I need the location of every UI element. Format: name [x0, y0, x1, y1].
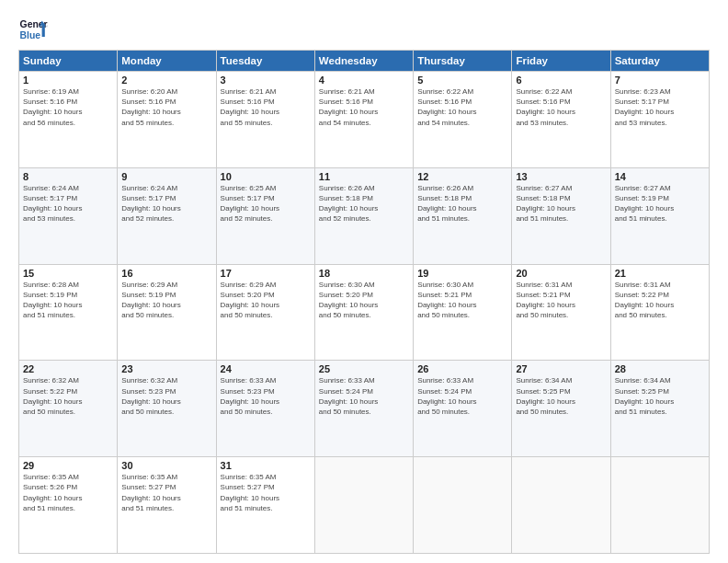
day-info: Sunrise: 6:35 AM Sunset: 5:27 PM Dayligh…	[221, 472, 311, 513]
day-number: 17	[221, 268, 311, 279]
day-info: Sunrise: 6:31 AM Sunset: 5:22 PM Dayligh…	[615, 280, 705, 321]
day-info: Sunrise: 6:33 AM Sunset: 5:23 PM Dayligh…	[221, 375, 311, 417]
day-info: Sunrise: 6:33 AM Sunset: 5:24 PM Dayligh…	[417, 375, 507, 417]
weekday-header-sunday: Sunday	[19, 51, 118, 72]
calendar-cell	[414, 457, 512, 554]
day-number: 24	[221, 363, 311, 374]
calendar-cell: 17Sunrise: 6:29 AM Sunset: 5:20 PM Dayli…	[216, 264, 314, 361]
day-info: Sunrise: 6:32 AM Sunset: 5:23 PM Dayligh…	[121, 375, 211, 417]
svg-text:Blue: Blue	[20, 30, 41, 40]
day-number: 15	[23, 268, 113, 279]
day-number: 29	[23, 460, 113, 471]
calendar-cell	[512, 457, 610, 554]
calendar-cell: 12Sunrise: 6:26 AM Sunset: 5:18 PM Dayli…	[414, 167, 512, 264]
day-number: 25	[319, 363, 409, 374]
calendar-cell: 23Sunrise: 6:32 AM Sunset: 5:23 PM Dayli…	[118, 361, 216, 457]
calendar-table: SundayMondayTuesdayWednesdayThursdayFrid…	[18, 50, 710, 554]
day-number: 2	[121, 75, 211, 86]
day-info: Sunrise: 6:33 AM Sunset: 5:24 PM Dayligh…	[319, 375, 409, 417]
day-number: 21	[615, 268, 705, 279]
calendar-week-1: 1Sunrise: 6:19 AM Sunset: 5:16 PM Daylig…	[19, 72, 710, 168]
calendar-cell: 10Sunrise: 6:25 AM Sunset: 5:17 PM Dayli…	[216, 167, 314, 264]
calendar-cell: 22Sunrise: 6:32 AM Sunset: 5:22 PM Dayli…	[19, 361, 118, 457]
page: General Blue SundayMondayTuesdayWednesda…	[0, 0, 728, 563]
day-info: Sunrise: 6:22 AM Sunset: 5:16 PM Dayligh…	[516, 86, 606, 128]
day-number: 23	[121, 363, 211, 374]
day-number: 10	[221, 171, 311, 182]
day-info: Sunrise: 6:24 AM Sunset: 5:17 PM Dayligh…	[23, 183, 113, 224]
day-info: Sunrise: 6:34 AM Sunset: 5:25 PM Dayligh…	[615, 375, 705, 417]
day-number: 27	[516, 363, 606, 374]
day-number: 1	[23, 75, 113, 86]
day-number: 18	[319, 268, 409, 279]
logo-icon: General Blue	[18, 15, 48, 44]
day-number: 14	[615, 171, 705, 182]
calendar-cell: 4Sunrise: 6:21 AM Sunset: 5:16 PM Daylig…	[314, 72, 413, 168]
day-number: 3	[221, 75, 311, 86]
day-number: 7	[615, 75, 705, 86]
weekday-header-wednesday: Wednesday	[314, 51, 413, 72]
day-info: Sunrise: 6:19 AM Sunset: 5:16 PM Dayligh…	[23, 86, 113, 128]
day-number: 4	[319, 75, 409, 86]
day-info: Sunrise: 6:30 AM Sunset: 5:21 PM Dayligh…	[417, 280, 507, 321]
day-number: 12	[417, 171, 507, 182]
calendar-cell: 15Sunrise: 6:28 AM Sunset: 5:19 PM Dayli…	[19, 264, 118, 361]
calendar-cell: 18Sunrise: 6:30 AM Sunset: 5:20 PM Dayli…	[314, 264, 413, 361]
day-info: Sunrise: 6:29 AM Sunset: 5:19 PM Dayligh…	[121, 280, 211, 321]
calendar-cell: 21Sunrise: 6:31 AM Sunset: 5:22 PM Dayli…	[610, 264, 709, 361]
weekday-header-row: SundayMondayTuesdayWednesdayThursdayFrid…	[19, 51, 710, 72]
day-info: Sunrise: 6:20 AM Sunset: 5:16 PM Dayligh…	[121, 86, 211, 128]
calendar-cell	[610, 457, 709, 554]
day-info: Sunrise: 6:34 AM Sunset: 5:25 PM Dayligh…	[516, 375, 606, 417]
weekday-header-saturday: Saturday	[610, 51, 709, 72]
calendar-week-3: 15Sunrise: 6:28 AM Sunset: 5:19 PM Dayli…	[19, 264, 710, 361]
calendar-cell: 30Sunrise: 6:35 AM Sunset: 5:27 PM Dayli…	[118, 457, 216, 554]
day-info: Sunrise: 6:31 AM Sunset: 5:21 PM Dayligh…	[516, 280, 606, 321]
weekday-header-monday: Monday	[118, 51, 216, 72]
day-info: Sunrise: 6:22 AM Sunset: 5:16 PM Dayligh…	[417, 86, 507, 128]
day-number: 11	[319, 171, 409, 182]
calendar-cell: 16Sunrise: 6:29 AM Sunset: 5:19 PM Dayli…	[118, 264, 216, 361]
calendar-cell	[314, 457, 413, 554]
day-number: 6	[516, 75, 606, 86]
calendar-cell: 13Sunrise: 6:27 AM Sunset: 5:18 PM Dayli…	[512, 167, 610, 264]
day-number: 8	[23, 171, 113, 182]
day-number: 16	[121, 268, 211, 279]
day-info: Sunrise: 6:27 AM Sunset: 5:18 PM Dayligh…	[516, 183, 606, 224]
calendar-cell: 26Sunrise: 6:33 AM Sunset: 5:24 PM Dayli…	[414, 361, 512, 457]
day-number: 19	[417, 268, 507, 279]
calendar-cell: 2Sunrise: 6:20 AM Sunset: 5:16 PM Daylig…	[118, 72, 216, 168]
logo: General Blue	[18, 15, 48, 44]
calendar-cell: 24Sunrise: 6:33 AM Sunset: 5:23 PM Dayli…	[216, 361, 314, 457]
day-info: Sunrise: 6:35 AM Sunset: 5:27 PM Dayligh…	[121, 472, 211, 513]
calendar-cell: 28Sunrise: 6:34 AM Sunset: 5:25 PM Dayli…	[610, 361, 709, 457]
calendar-cell: 25Sunrise: 6:33 AM Sunset: 5:24 PM Dayli…	[314, 361, 413, 457]
calendar-cell: 5Sunrise: 6:22 AM Sunset: 5:16 PM Daylig…	[414, 72, 512, 168]
day-info: Sunrise: 6:25 AM Sunset: 5:17 PM Dayligh…	[221, 183, 311, 224]
day-info: Sunrise: 6:26 AM Sunset: 5:18 PM Dayligh…	[319, 183, 409, 224]
calendar-cell: 20Sunrise: 6:31 AM Sunset: 5:21 PM Dayli…	[512, 264, 610, 361]
calendar-week-5: 29Sunrise: 6:35 AM Sunset: 5:26 PM Dayli…	[19, 457, 710, 554]
day-info: Sunrise: 6:26 AM Sunset: 5:18 PM Dayligh…	[417, 183, 507, 224]
calendar-cell: 6Sunrise: 6:22 AM Sunset: 5:16 PM Daylig…	[512, 72, 610, 168]
calendar-cell: 7Sunrise: 6:23 AM Sunset: 5:17 PM Daylig…	[610, 72, 709, 168]
calendar-cell: 31Sunrise: 6:35 AM Sunset: 5:27 PM Dayli…	[216, 457, 314, 554]
day-info: Sunrise: 6:29 AM Sunset: 5:20 PM Dayligh…	[221, 280, 311, 321]
day-info: Sunrise: 6:21 AM Sunset: 5:16 PM Dayligh…	[319, 86, 409, 128]
day-number: 22	[23, 363, 113, 374]
calendar-cell: 19Sunrise: 6:30 AM Sunset: 5:21 PM Dayli…	[414, 264, 512, 361]
day-info: Sunrise: 6:35 AM Sunset: 5:26 PM Dayligh…	[23, 472, 113, 513]
day-info: Sunrise: 6:23 AM Sunset: 5:17 PM Dayligh…	[615, 86, 705, 128]
day-info: Sunrise: 6:24 AM Sunset: 5:17 PM Dayligh…	[121, 183, 211, 224]
day-info: Sunrise: 6:28 AM Sunset: 5:19 PM Dayligh…	[23, 280, 113, 321]
calendar-cell: 8Sunrise: 6:24 AM Sunset: 5:17 PM Daylig…	[19, 167, 118, 264]
day-info: Sunrise: 6:21 AM Sunset: 5:16 PM Dayligh…	[221, 86, 311, 128]
day-number: 28	[615, 363, 705, 374]
weekday-header-friday: Friday	[512, 51, 610, 72]
day-number: 20	[516, 268, 606, 279]
day-number: 26	[417, 363, 507, 374]
calendar-cell: 29Sunrise: 6:35 AM Sunset: 5:26 PM Dayli…	[19, 457, 118, 554]
day-number: 31	[221, 460, 311, 471]
calendar-cell: 9Sunrise: 6:24 AM Sunset: 5:17 PM Daylig…	[118, 167, 216, 264]
calendar-cell: 14Sunrise: 6:27 AM Sunset: 5:19 PM Dayli…	[610, 167, 709, 264]
